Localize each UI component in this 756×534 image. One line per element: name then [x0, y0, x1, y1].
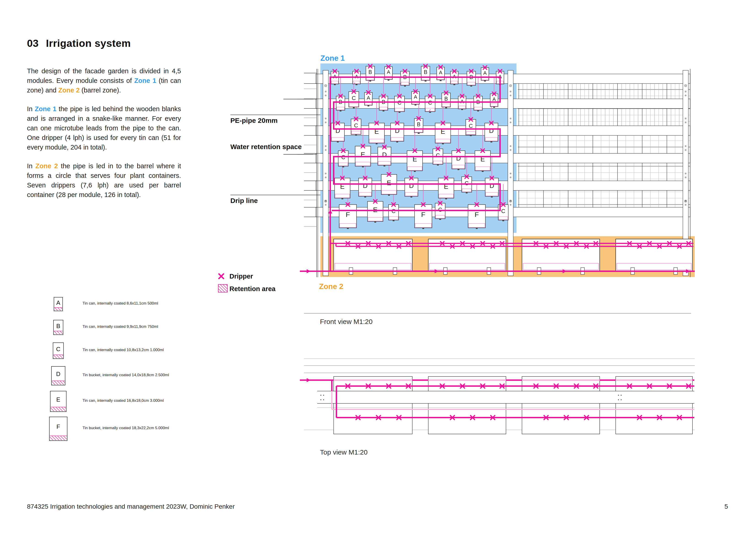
container-description: Tin can, internally coated 16,8x18,0cm 3…: [83, 398, 164, 403]
tin-can-B: B: [467, 71, 475, 87]
tin-can-C: C: [349, 91, 359, 108]
tin-can-B: B: [366, 66, 375, 82]
zone2-label: Zone 2: [319, 282, 343, 291]
retention-area-swatch: [218, 284, 228, 292]
can-letter: F: [475, 211, 479, 218]
page-number: 5: [724, 503, 728, 510]
tin-can-C: C: [435, 203, 445, 220]
tin-can-A: A: [385, 67, 392, 81]
tin-can-A: A: [450, 71, 458, 85]
container-symbol-D: D: [51, 366, 66, 385]
container-description: Tin bucket, internally coated 14,0x18,8c…: [83, 373, 169, 377]
container-description: Tin can, internally coated 9,9x11,9cm 75…: [83, 324, 158, 329]
container-letter: A: [54, 299, 62, 306]
tin-can-B: B: [401, 71, 409, 87]
retention-hatch: [51, 407, 66, 411]
retention-hatch: [52, 381, 65, 385]
can-letter: D: [363, 182, 367, 189]
tin-can-E: E: [335, 178, 350, 199]
tin-can-B: B: [474, 96, 482, 112]
tin-can-F: F: [339, 205, 357, 229]
can-letter: F: [346, 211, 350, 218]
tin-can-A: A: [331, 71, 339, 85]
body-text: The design of the facade garden is divid…: [27, 66, 181, 209]
retention-hatch: [53, 355, 63, 358]
tin-can-E: E: [407, 151, 422, 172]
tin-can-C: C: [466, 119, 476, 136]
tin-can-D: D: [359, 178, 372, 197]
can-letter: A: [439, 70, 443, 75]
tin-can-C: C: [338, 151, 348, 167]
flow-arrow-icon: [307, 378, 310, 382]
can-letter: C: [438, 207, 442, 213]
can-letter: A: [387, 69, 390, 75]
container-description: Tin can, internally coated 8,6x11,1cm 50…: [83, 301, 158, 306]
chapter-number: 03: [27, 38, 39, 49]
front-view-drawing: AABABBAABAABCABCACBABADCEDBECDCEDECDEEDE…: [298, 61, 699, 280]
retention-legend-label: Retention area: [230, 285, 275, 293]
tin-can-E: E: [367, 201, 383, 223]
can-letter: C: [465, 180, 469, 186]
container-letter: B: [54, 322, 63, 330]
tin-can-D: D: [452, 151, 465, 170]
can-letter: E: [387, 179, 391, 187]
can-letter: B: [444, 96, 448, 102]
plant-container: [428, 376, 506, 434]
paragraph: In Zone 1 the pipe is led behind the woo…: [27, 104, 181, 152]
can-letter: D: [336, 127, 340, 134]
tin-can-B: B: [442, 93, 450, 108]
plant-container: [522, 376, 600, 434]
container-letter: E: [50, 396, 66, 403]
container-description: Tin bucket, internally coated 18,3x22,2c…: [83, 426, 169, 430]
can-letter: B: [424, 69, 427, 75]
tin-can-C: C: [351, 119, 361, 136]
tin-can-C: C: [389, 205, 398, 221]
tin-can-F: F: [468, 205, 485, 229]
container-symbol-E: E: [50, 391, 67, 412]
paragraph: In Zone 2 the pipe is led in to the barr…: [27, 161, 181, 199]
can-letter: D: [489, 127, 494, 134]
top-view-drawing: [298, 353, 699, 444]
tin-can-A: A: [353, 71, 361, 85]
container-symbol-B: B: [53, 320, 63, 335]
tin-can-E: E: [435, 123, 451, 144]
container-letter: F: [50, 423, 67, 430]
can-letter: D: [395, 127, 399, 134]
tin-can-C: C: [394, 96, 405, 113]
container-description: Tin can, internally coated 10,8x13,2cm 1…: [83, 348, 164, 352]
flow-arrow-icon: [307, 269, 310, 273]
retention-hatch: [54, 307, 62, 311]
tin-can-C: C: [462, 177, 472, 193]
container-letter: D: [52, 370, 65, 378]
water-retention-label: Water retention space: [230, 143, 302, 151]
tin-can-D: D: [391, 123, 404, 142]
page-title: 03 Irrigation system: [27, 38, 131, 49]
tin-can-D: D: [405, 178, 418, 197]
tin-can-B: B: [379, 96, 388, 112]
wooden-beam: [316, 153, 690, 163]
can-letter: B: [417, 121, 420, 127]
tin-can-E: E: [381, 174, 397, 196]
can-letter: A: [483, 70, 487, 76]
tin-can-A: A: [437, 67, 445, 81]
tin-can-D: D: [485, 123, 498, 142]
paragraph: The design of the facade garden is divid…: [27, 66, 181, 95]
footer-text: 874325 Irrigation technologies and manag…: [27, 503, 235, 510]
container-symbol-A: A: [54, 297, 63, 311]
can-letter: B: [368, 69, 372, 75]
pe-pipe-label: PE-pipe 20mm: [230, 117, 278, 124]
tin-can-A: A: [458, 96, 466, 110]
can-letter: F: [421, 211, 425, 218]
container-symbol-C: C: [53, 343, 64, 359]
tin-can-E: E: [475, 151, 490, 172]
retention-hatch: [54, 331, 63, 334]
can-letter: A: [493, 96, 496, 102]
top-view-caption: Top view M1:20: [320, 448, 367, 456]
tin-can-F: F: [415, 205, 432, 229]
tin-can-B: B: [336, 96, 345, 112]
retention-hatch: [523, 263, 599, 270]
can-letter: C: [354, 122, 358, 129]
container-symbol-F: F: [49, 417, 68, 441]
tin-can-B: B: [414, 118, 423, 134]
retention-hatch: [50, 436, 67, 440]
